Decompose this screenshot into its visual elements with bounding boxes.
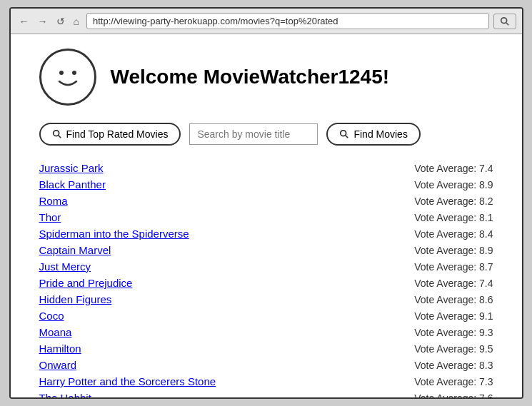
find-top-rated-button[interactable]: Find Top Rated Movies <box>39 123 181 146</box>
svg-point-2 <box>59 71 64 75</box>
address-bar-container <box>86 13 489 29</box>
table-row: Captain MarvelVote Average: 8.9 <box>39 242 493 258</box>
svg-line-1 <box>506 22 508 25</box>
table-row: ThorVote Average: 8.1 <box>39 209 493 225</box>
table-row: HamiltonVote Average: 9.5 <box>39 340 493 357</box>
svg-point-0 <box>501 17 506 23</box>
vote-average: Vote Average: 8.1 <box>414 212 493 223</box>
movie-link[interactable]: Pride and Prejudice <box>39 277 133 289</box>
movie-link[interactable]: Thor <box>39 211 61 223</box>
movie-link[interactable]: Just Mercy <box>39 260 91 273</box>
vote-average: Vote Average: 9.3 <box>414 327 493 338</box>
table-row: Spiderman into the SpiderverseVote Avera… <box>39 225 493 242</box>
page-content: Welcome MovieWatcher1245! Find Top Rated… <box>11 34 522 397</box>
smiley-icon <box>46 56 89 98</box>
browser-toolbar: ← → ↺ ⌂ <box>11 9 522 34</box>
movie-link[interactable]: Hamilton <box>39 342 81 355</box>
header: Welcome MovieWatcher1245! <box>39 49 493 106</box>
back-button[interactable]: ← <box>16 14 32 29</box>
movie-link[interactable]: Hidden Figures <box>39 293 112 305</box>
table-row: Just MercyVote Average: 8.7 <box>39 258 493 275</box>
browser-window: ← → ↺ ⌂ Welcome MovieWatch <box>9 7 523 399</box>
table-row: Hidden FiguresVote Average: 8.6 <box>39 291 493 308</box>
movie-link[interactable]: Coco <box>39 310 64 322</box>
table-row: Black PantherVote Average: 8.9 <box>39 176 493 193</box>
vote-average: Vote Average: 8.4 <box>414 228 493 240</box>
table-row: RomaVote Average: 8.2 <box>39 193 493 209</box>
svg-line-5 <box>58 136 61 138</box>
find-movies-icon <box>339 129 349 139</box>
vote-average: Vote Average: 7.4 <box>414 163 493 174</box>
toolbar-search-icon <box>500 16 510 26</box>
movie-link[interactable]: Spiderman into the Spiderverse <box>39 228 189 240</box>
welcome-message: Welcome MovieWatcher1245! <box>111 66 390 88</box>
vote-average: Vote Average: 8.9 <box>414 179 493 191</box>
table-row: CocoVote Average: 9.1 <box>39 308 493 324</box>
svg-line-7 <box>346 136 348 138</box>
search-input[interactable] <box>189 123 318 145</box>
forward-button[interactable]: → <box>35 14 51 29</box>
svg-point-4 <box>53 131 59 136</box>
vote-average: Vote Average: 8.2 <box>414 196 493 207</box>
find-movies-button[interactable]: Find Movies <box>326 123 420 146</box>
table-row: OnwardVote Average: 8.3 <box>39 357 493 373</box>
movies-list: Jurassic ParkVote Average: 7.4Black Pant… <box>39 160 493 397</box>
movie-link[interactable]: Captain Marvel <box>39 244 111 256</box>
movie-link[interactable]: Onward <box>39 359 77 371</box>
find-top-rated-icon <box>52 129 62 139</box>
table-row: MoanaVote Average: 9.3 <box>39 324 493 340</box>
controls-row: Find Top Rated Movies Find Movies <box>39 123 493 146</box>
toolbar-search-button[interactable] <box>493 14 516 29</box>
vote-average: Vote Average: 7.6 <box>414 392 493 398</box>
vote-average: Vote Average: 8.9 <box>414 245 493 256</box>
movie-link[interactable]: Jurassic Park <box>39 162 104 174</box>
nav-buttons: ← → ↺ ⌂ <box>16 14 82 29</box>
find-top-rated-label: Find Top Rated Movies <box>66 128 169 140</box>
table-row: Harry Potter and the Sorcerers StoneVote… <box>39 373 493 390</box>
address-bar[interactable] <box>93 16 483 26</box>
movie-link[interactable]: Harry Potter and the Sorcerers Stone <box>39 375 216 387</box>
movie-link[interactable]: Roma <box>39 195 68 207</box>
vote-average: Vote Average: 7.4 <box>414 278 493 289</box>
svg-point-6 <box>341 131 346 136</box>
home-button[interactable]: ⌂ <box>71 14 82 29</box>
vote-average: Vote Average: 8.6 <box>414 294 493 305</box>
movie-link[interactable]: The Hobbit <box>39 392 91 397</box>
vote-average: Vote Average: 9.1 <box>414 310 493 322</box>
vote-average: Vote Average: 8.3 <box>414 360 493 371</box>
vote-average: Vote Average: 8.7 <box>414 261 493 273</box>
table-row: Pride and PrejudiceVote Average: 7.4 <box>39 275 493 291</box>
refresh-button[interactable]: ↺ <box>54 14 68 29</box>
vote-average: Vote Average: 9.5 <box>414 343 493 355</box>
movie-link[interactable]: Black Panther <box>39 178 106 191</box>
avatar <box>39 49 96 106</box>
find-movies-label: Find Movies <box>353 128 407 140</box>
table-row: Jurassic ParkVote Average: 7.4 <box>39 160 493 176</box>
vote-average: Vote Average: 7.3 <box>414 376 493 387</box>
movie-link[interactable]: Moana <box>39 326 72 338</box>
table-row: The HobbitVote Average: 7.6 <box>39 390 493 397</box>
svg-point-3 <box>72 71 76 75</box>
